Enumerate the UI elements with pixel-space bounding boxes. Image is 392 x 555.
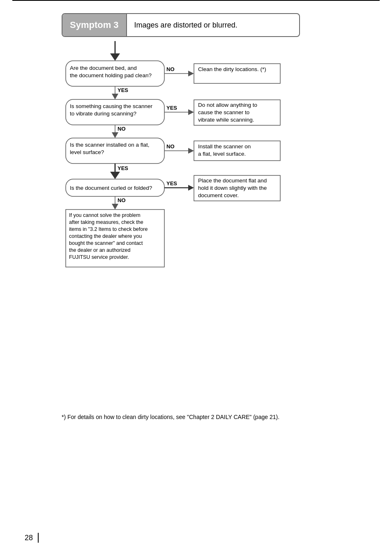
flowchart: Are the document bed, and the document h… xyxy=(62,41,355,400)
flowchart-svg: Are the document bed, and the document h… xyxy=(62,41,349,398)
page-number: 28 xyxy=(25,534,33,542)
svg-text:YES: YES xyxy=(118,87,128,93)
symptom-label: Symptom 3 xyxy=(62,14,126,36)
svg-text:NO: NO xyxy=(166,143,175,150)
svg-marker-31 xyxy=(110,172,120,179)
symptom-header-box: Symptom 3 Images are distorted or blurre… xyxy=(62,13,300,37)
svg-text:Is the document curled or fold: Is the document curled or folded? xyxy=(70,185,152,191)
svg-text:YES: YES xyxy=(118,165,128,171)
svg-marker-21 xyxy=(112,132,118,138)
svg-marker-16 xyxy=(188,109,194,115)
svg-marker-36 xyxy=(188,185,194,191)
svg-marker-41 xyxy=(112,204,118,210)
svg-marker-11 xyxy=(112,94,118,99)
svg-text:NO: NO xyxy=(166,66,175,72)
svg-marker-26 xyxy=(188,148,194,154)
svg-text:Clean the dirty locations. (*): Clean the dirty locations. (*) xyxy=(198,66,266,72)
footnote: *) For details on how to clean dirty loc… xyxy=(62,412,355,421)
footnote-text: *) For details on how to clean dirty loc… xyxy=(62,412,355,421)
page-number-area: 28 xyxy=(25,533,39,543)
svg-marker-1 xyxy=(110,53,120,61)
svg-text:NO: NO xyxy=(118,197,126,203)
symptom-description: Images are distorted or blurred. xyxy=(126,14,245,36)
svg-text:NO: NO xyxy=(118,126,126,132)
svg-text:Do not allow anything to
     : Do not allow anything to cause the scann… xyxy=(198,102,259,123)
page-number-bar xyxy=(38,533,39,543)
svg-text:YES: YES xyxy=(166,180,177,187)
svg-text:YES: YES xyxy=(166,105,177,111)
svg-marker-6 xyxy=(188,71,194,76)
